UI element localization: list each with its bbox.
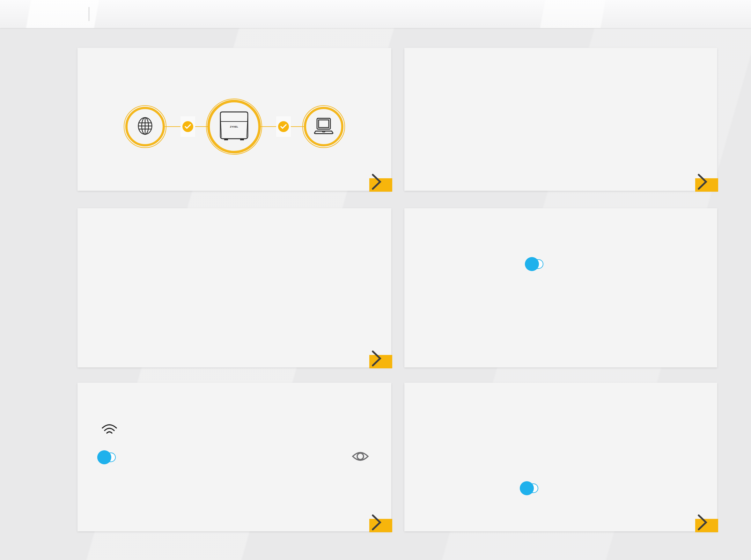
node-ring [206, 99, 262, 155]
dhcp-toggle[interactable] [520, 483, 538, 493]
node-ring [124, 105, 166, 148]
wifi-band-block [97, 423, 122, 438]
check-icon [182, 121, 193, 132]
row-value [520, 162, 545, 182]
wifi-qr-code [365, 389, 386, 409]
connectivity-more-button[interactable] [369, 178, 392, 192]
system-info-card [404, 48, 717, 191]
client-node [304, 107, 343, 146]
info-row [93, 322, 379, 338]
info-row [420, 466, 705, 483]
lan-card [404, 383, 717, 531]
connectivity-card: ZYXEL [78, 48, 391, 191]
info-row [93, 272, 379, 288]
header-divider [89, 7, 89, 21]
lan-rows [420, 433, 705, 516]
info-row [93, 338, 379, 355]
toggle-knob [525, 257, 539, 271]
info-row [420, 145, 705, 162]
system-info-rows [420, 96, 705, 179]
wifi-enable-toggle[interactable] [97, 453, 116, 462]
cellular-info-card [78, 208, 391, 367]
info-row [420, 129, 705, 145]
info-row [93, 305, 379, 322]
cellular-signal-icon [520, 162, 545, 180]
wifi-icon [101, 431, 118, 437]
check-icon [278, 121, 289, 132]
customized-settings-toggle[interactable] [525, 259, 543, 269]
cellular-info-more-button[interactable] [369, 355, 392, 368]
info-row [420, 433, 705, 449]
info-row [420, 499, 705, 516]
internet-node [125, 107, 165, 146]
info-row [420, 162, 705, 179]
router-node: ZYXEL [207, 100, 261, 154]
lan-more-button[interactable] [695, 519, 718, 532]
wifi-settings-card [78, 383, 391, 531]
wifi-settings-more-button[interactable] [369, 519, 392, 532]
system-info-more-button[interactable] [695, 178, 718, 192]
wifi-row [78, 448, 391, 466]
row-value [520, 483, 538, 495]
toggle-knob [97, 450, 111, 464]
node-ring [302, 105, 345, 148]
cellular-info-rows [93, 256, 379, 355]
info-row [420, 112, 705, 129]
customized-settings-card [404, 208, 717, 367]
info-row [420, 449, 705, 466]
info-row [420, 96, 705, 112]
show-password-eye-icon[interactable] [351, 449, 370, 465]
info-row [420, 483, 705, 499]
top-header-bar [0, 0, 751, 28]
connectivity-diagram: ZYXEL [78, 48, 391, 191]
info-row [93, 256, 379, 272]
dashboard-grid: ZYXEL [78, 48, 717, 531]
toggle-knob [520, 481, 534, 495]
info-row [93, 288, 379, 305]
